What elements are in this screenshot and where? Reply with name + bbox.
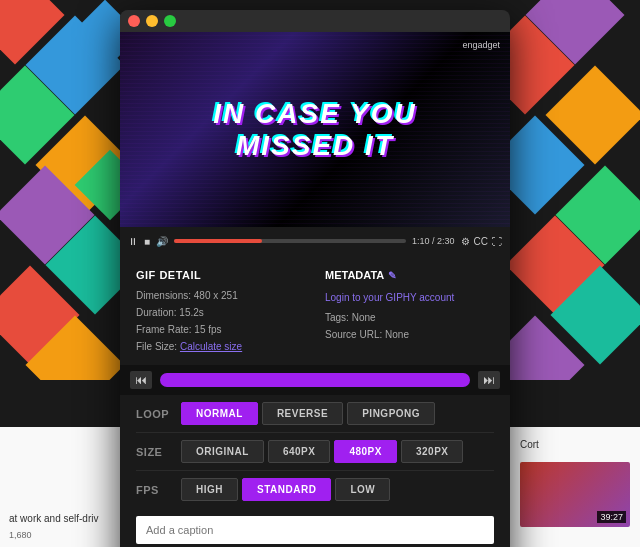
metadata-source-url: Source URL: None: [325, 326, 494, 343]
brand-logo: engadget: [462, 40, 500, 50]
duration-value: 15.2s: [179, 307, 203, 318]
dimensions-label: Dimensions:: [136, 290, 191, 301]
dimensions-value: 480 x 251: [194, 290, 238, 301]
yt-thumbnail-right: 39:27: [520, 462, 630, 527]
login-link[interactable]: Login to your GIPHY account: [325, 292, 454, 303]
duration-label: Duration:: [136, 307, 177, 318]
loop-pingpong-button[interactable]: PINGPONG: [347, 402, 435, 425]
tags-value: None: [352, 312, 376, 323]
fps-buttons: HIGH STANDARD LOW: [181, 478, 390, 501]
yt-right-label: Cort: [520, 434, 630, 452]
video-player: engadget IN CASE YOU MISSED IT: [120, 32, 510, 227]
tags-label: Tags:: [325, 312, 349, 323]
pause-button[interactable]: ⏸: [128, 236, 138, 247]
video-time: 1:10 / 2:30: [412, 236, 455, 246]
size-640px-button[interactable]: 640PX: [268, 440, 331, 463]
source-url-value: None: [385, 329, 409, 340]
fullscreen-icon[interactable]: ⛶: [492, 236, 502, 247]
gif-dimensions: Dimensions: 480 x 251: [136, 287, 305, 304]
video-progress-bar[interactable]: [174, 239, 406, 243]
settings-icon[interactable]: ⚙: [461, 236, 470, 247]
geo-background-right: [510, 0, 640, 380]
gif-detail-heading: GIF DETAIL: [136, 269, 305, 281]
trim-end-button[interactable]: ⏭: [478, 371, 500, 389]
close-button[interactable]: [128, 15, 140, 27]
ctrl-icons-right: ⚙ CC ⛶: [461, 236, 502, 247]
trim-bar-section: ⏮ ⏭: [120, 365, 510, 395]
yt-thumb-bg: 39:27: [520, 462, 630, 527]
loop-buttons: NORMAL REVERSE PINGPONG: [181, 402, 435, 425]
metadata-heading: METADATA ✎: [325, 269, 494, 281]
metadata-heading-text: METADATA: [325, 269, 384, 281]
options-section: LOOP NORMAL REVERSE PINGPONG SIZE ORIGIN…: [120, 395, 510, 508]
gif-detail-panel: GIF DETAIL Dimensions: 480 x 251 Duratio…: [136, 269, 305, 355]
size-label: SIZE: [136, 446, 181, 458]
modal-container: engadget IN CASE YOU MISSED IT ⏸ ■ 🔊 1:1…: [120, 10, 510, 547]
file-size-label: File Size:: [136, 341, 177, 352]
size-options-row: SIZE ORIGINAL 640PX 480PX 320PX: [136, 433, 494, 471]
yt-left-text: at work and self-driv 1,680: [5, 509, 123, 542]
metadata-tags: Tags: None: [325, 309, 494, 326]
loop-reverse-button[interactable]: REVERSE: [262, 402, 343, 425]
loop-options-row: LOOP NORMAL REVERSE PINGPONG: [136, 395, 494, 433]
video-thumbnail: engadget IN CASE YOU MISSED IT: [120, 32, 510, 227]
frame-rate-value: 15 fps: [194, 324, 221, 335]
geo-background-left: [0, 0, 130, 380]
video-controls: ⏸ ■ 🔊 1:10 / 2:30 ⚙ CC ⛶: [120, 227, 510, 255]
yt-duration-badge: 39:27: [597, 511, 626, 523]
size-original-button[interactable]: ORIGINAL: [181, 440, 264, 463]
video-title-line1: IN CASE YOU: [213, 98, 417, 130]
cc-icon[interactable]: CC: [474, 236, 488, 247]
detail-section: GIF DETAIL Dimensions: 480 x 251 Duratio…: [120, 255, 510, 365]
size-480px-button[interactable]: 480PX: [334, 440, 397, 463]
frame-rate-label: Frame Rate:: [136, 324, 192, 335]
yt-view-count: 1,680: [5, 528, 123, 542]
trim-slider[interactable]: [160, 373, 470, 387]
calculate-size-link[interactable]: Calculate size: [180, 341, 242, 352]
yt-description: at work and self-driv: [5, 509, 123, 528]
stop-button[interactable]: ■: [144, 236, 150, 247]
fps-label: FPS: [136, 484, 181, 496]
metadata-panel: METADATA ✎ Login to your GIPHY account T…: [325, 269, 494, 355]
gif-file-size: File Size: Calculate size: [136, 338, 305, 355]
gif-frame-rate: Frame Rate: 15 fps: [136, 321, 305, 338]
video-title-line2: MISSED IT: [213, 130, 417, 162]
caption-section: [120, 508, 510, 547]
time-current: 1:10: [412, 236, 430, 246]
fps-low-button[interactable]: LOW: [335, 478, 390, 501]
size-320px-button[interactable]: 320PX: [401, 440, 464, 463]
time-total: 2:30: [437, 236, 455, 246]
video-title: IN CASE YOU MISSED IT: [213, 98, 417, 162]
gif-duration: Duration: 15.2s: [136, 304, 305, 321]
video-progress-fill: [174, 239, 262, 243]
caption-input[interactable]: [136, 516, 494, 544]
title-bar: [120, 10, 510, 32]
loop-normal-button[interactable]: NORMAL: [181, 402, 258, 425]
fps-standard-button[interactable]: STANDARD: [242, 478, 331, 501]
loop-label: LOOP: [136, 408, 181, 420]
fps-options-row: FPS HIGH STANDARD LOW: [136, 471, 494, 508]
trim-start-button[interactable]: ⏮: [130, 371, 152, 389]
edit-icon[interactable]: ✎: [388, 270, 396, 281]
yt-right-text: Cort: [520, 439, 539, 450]
source-url-label: Source URL:: [325, 329, 382, 340]
volume-button[interactable]: 🔊: [156, 236, 168, 247]
minimize-button[interactable]: [146, 15, 158, 27]
size-buttons: ORIGINAL 640PX 480PX 320PX: [181, 440, 463, 463]
fps-high-button[interactable]: HIGH: [181, 478, 238, 501]
maximize-button[interactable]: [164, 15, 176, 27]
